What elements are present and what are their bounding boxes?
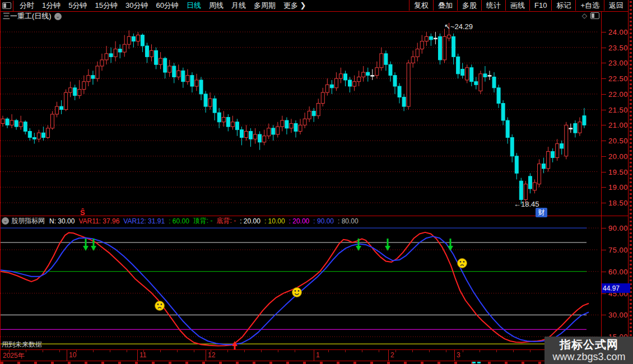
candle [325, 85, 329, 92]
candle [37, 133, 40, 139]
menu-item-7[interactable]: 日线 [183, 1, 205, 11]
price-tick [602, 141, 606, 141]
tool-item-9[interactable]: 返回 [604, 0, 628, 11]
news-badge[interactable]: 财 [536, 208, 547, 217]
tool-item-4[interactable]: 统计 [481, 0, 505, 11]
green-down-arrow [385, 239, 390, 251]
diamond-icon[interactable]: ◇ [582, 12, 587, 20]
candle [362, 72, 365, 77]
candle [429, 36, 432, 40]
tool-item-8[interactable]: +自选 [575, 0, 604, 11]
indicator-chevron-icon[interactable]: ⌄ [2, 217, 9, 225]
price-label: 19.00 [608, 183, 628, 192]
indicator-label: 60.00 [608, 267, 628, 276]
tool-item-6[interactable]: F10 [529, 0, 551, 11]
menu-item-9[interactable]: 月线 [227, 1, 250, 11]
clipped-cyan-mark [477, 362, 481, 363]
candle [258, 134, 262, 142]
price-tick [602, 48, 606, 48]
minor-tick [295, 350, 295, 352]
price-tick [602, 187, 606, 188]
candle [488, 76, 491, 77]
axis-frame-line [601, 11, 602, 350]
indicator-label: 30.00 [608, 311, 628, 319]
price-label: 21.50 [608, 105, 628, 114]
menu-item-11[interactable]: 更多 ❯ [280, 1, 310, 11]
menu-item-8[interactable]: 周线 [205, 1, 227, 11]
candle [547, 151, 550, 168]
tool-item-1[interactable]: 复权 [409, 0, 433, 11]
candle [393, 76, 397, 86]
candle [533, 183, 536, 190]
candle [6, 119, 9, 125]
candle [73, 88, 77, 96]
candlestick-chart[interactable]: ↖~24.29←18.45Ŝ [1, 21, 601, 216]
date-label: 2 [390, 351, 394, 359]
candle [537, 164, 541, 184]
candle [474, 82, 478, 85]
candle [164, 58, 167, 72]
right-collapsed-strip[interactable] [629, 0, 633, 364]
layout-panel-icon[interactable] [1, 1, 13, 11]
minor-tick [429, 350, 430, 352]
candle [578, 122, 581, 133]
indicator-param-9: : 20.00 [289, 217, 310, 225]
split-panel-icon[interactable] [590, 12, 599, 19]
month-divider [67, 350, 67, 361]
candle [316, 104, 320, 116]
candle [281, 120, 284, 127]
chevron-down-icon[interactable]: ⌄ [54, 13, 62, 20]
indicator-param-4: : 60.00 [169, 217, 189, 225]
candle [515, 156, 518, 173]
candle [425, 36, 428, 41]
low-annotation: ←18.45 [514, 200, 539, 208]
menu-item-2[interactable]: 1分钟 [38, 1, 64, 11]
candle [528, 176, 532, 189]
tool-item-7[interactable]: 标记 [551, 0, 575, 11]
candle [100, 60, 104, 66]
menu-item-1[interactable]: 分时 [16, 1, 38, 11]
candle [123, 44, 126, 52]
menu-item-3[interactable]: 5分钟 [64, 1, 91, 11]
month-divider [206, 350, 206, 361]
indicator-param-11: : 80.00 [338, 217, 359, 225]
future-data-note: 用到未来数据 [2, 340, 42, 349]
candle [60, 106, 63, 110]
candle [1, 119, 4, 123]
date-axis: 2025年101112123 [1, 349, 629, 361]
candle [272, 128, 275, 134]
indicator-param-8: : 10.00 [264, 217, 285, 225]
candle [384, 54, 388, 64]
price-label: 20.00 [608, 152, 628, 160]
title-right-icons: ◇ [582, 12, 599, 20]
tool-item-5[interactable]: 画线 [505, 0, 529, 11]
candle [420, 41, 423, 49]
minor-tick [480, 350, 480, 352]
menu-item-6[interactable]: 60分钟 [152, 1, 182, 11]
menu-item-10[interactable]: 多周期 [250, 1, 280, 11]
candle [127, 36, 131, 44]
price-tick [602, 94, 606, 95]
indicator-chart[interactable] [1, 226, 601, 349]
indicator-header: ⌄ 股朋指标网 N: 30.00VAR11: 37.96VAR12: 31.91… [1, 216, 600, 226]
candle [330, 85, 333, 88]
candle [574, 124, 577, 133]
minor-tick [345, 350, 346, 352]
candle [263, 136, 266, 142]
candle [249, 131, 253, 139]
high-annotation: ↖~24.29 [444, 22, 473, 31]
price-tick [602, 63, 606, 63]
candle [217, 113, 221, 122]
candle [208, 99, 212, 106]
price-label: 20.50 [608, 137, 628, 145]
candle [542, 164, 546, 169]
candle [551, 151, 555, 157]
candle [371, 76, 374, 77]
menu-item-4[interactable]: 15分钟 [91, 1, 121, 11]
minor-tick [244, 350, 245, 352]
candle [132, 36, 135, 41]
tool-item-2[interactable]: 叠加 [433, 0, 457, 11]
menu-item-5[interactable]: 30分钟 [122, 1, 152, 11]
price-label: 23.00 [608, 59, 628, 67]
tool-item-3[interactable]: 多股 [457, 0, 481, 11]
